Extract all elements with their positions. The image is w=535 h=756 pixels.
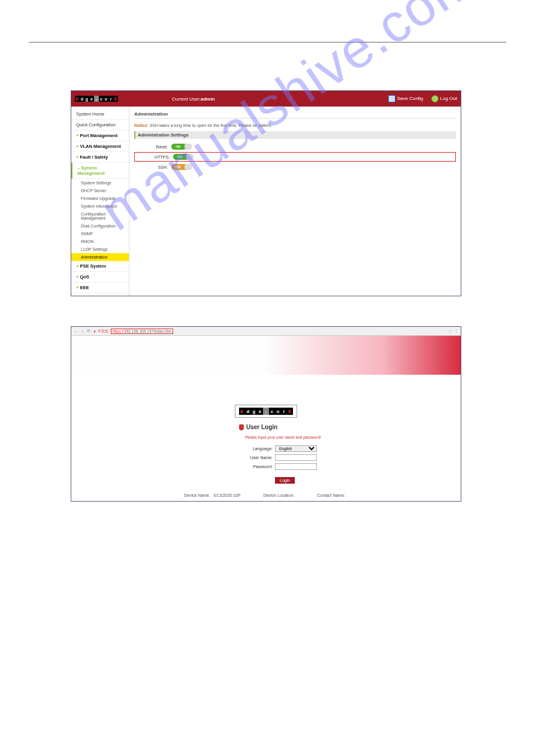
sidebar-item-port-management[interactable]: +Port Management xyxy=(71,130,129,141)
toggle-telnet[interactable]: ON xyxy=(171,144,192,150)
sidebar-item-system-management[interactable]: –System Management xyxy=(71,163,129,179)
sidebar-sub-lldp-settings[interactable]: LLDP Settings xyxy=(71,245,129,253)
url-box[interactable]: https://192.168.100.147/index.htm xyxy=(111,329,173,334)
power-icon xyxy=(431,95,439,102)
toggle-https[interactable]: ON xyxy=(173,154,194,160)
username-label: User Name: xyxy=(245,456,273,460)
logo-char: e xyxy=(257,408,263,415)
insecure-icon: ▲ 不安全 xyxy=(93,329,108,334)
logo-char: - xyxy=(263,408,269,415)
row-telnet: Telnet: ON xyxy=(134,144,456,150)
logo-char: r xyxy=(108,96,113,102)
sidebar-item-qos[interactable]: +QoS xyxy=(71,272,129,283)
top-rule xyxy=(29,42,506,42)
toggle-state: ON xyxy=(173,154,186,160)
login-button[interactable]: Login xyxy=(275,477,295,484)
plus-icon: + xyxy=(76,285,78,290)
logo-char: o xyxy=(104,96,108,102)
row-https: HTTPS: ON xyxy=(134,152,456,162)
logo-char: d xyxy=(245,408,251,415)
login-footer: Device Name: ECS2020-10P Device Location… xyxy=(71,491,461,501)
logo-char: E xyxy=(287,408,293,415)
notice-label: Notice: xyxy=(134,123,149,127)
sidebar-sub-dhcp-server[interactable]: DHCP Server xyxy=(71,187,129,195)
sidebar-item-system-home[interactable]: System Home xyxy=(71,109,129,120)
logo-char: o xyxy=(275,408,281,415)
plus-icon: + xyxy=(76,144,78,149)
sidebar-item-label: QoS xyxy=(80,274,89,280)
logout-label: Log Out xyxy=(440,96,457,101)
plus-icon: + xyxy=(76,274,78,280)
forward-button[interactable]: → xyxy=(80,329,84,333)
password-input[interactable] xyxy=(275,463,317,470)
disk-icon xyxy=(388,95,395,102)
logout-button[interactable]: Log Out xyxy=(431,95,457,102)
login-banner xyxy=(71,336,461,375)
row-label: SSH: xyxy=(134,165,168,169)
sidebar-item-label: VLAN Management xyxy=(80,144,120,149)
logo-char: g xyxy=(84,96,89,102)
toggle-knob xyxy=(186,154,194,160)
topbar-actions: Save Config Log Out xyxy=(388,95,457,102)
back-button[interactable]: ← xyxy=(74,329,78,333)
sidebar-item-eee[interactable]: +EEE xyxy=(71,283,129,293)
logo-char: E xyxy=(113,96,118,102)
login-heading: User Login xyxy=(239,424,277,430)
login-heading-text: User Login xyxy=(246,424,277,430)
sidebar-sub-dual-config[interactable]: Dual Configuration xyxy=(71,222,129,230)
menu-icon[interactable]: ⋮ xyxy=(454,329,458,333)
sidebar-sub-rmon[interactable]: RMON xyxy=(71,238,129,245)
sidebar-item-label: EEE xyxy=(80,285,89,290)
reload-button[interactable]: ⟳ xyxy=(87,329,90,333)
pin-icon xyxy=(239,424,244,430)
sidebar-sub-administration[interactable]: Administration xyxy=(71,253,129,261)
sidebar-item-label: Port Management xyxy=(80,133,117,138)
notice-text: SSH takes a long time to open for the fi… xyxy=(150,123,273,127)
logo-char: r xyxy=(281,408,287,415)
password-label: Password: xyxy=(245,464,273,469)
save-config-label: Save Config xyxy=(397,96,424,101)
login-form: E d g e - c o r E User Login Please inpu… xyxy=(71,375,461,491)
screenshot-admin-page: E d g e - c o r E Current User:admin Sav… xyxy=(71,90,461,296)
sidebar-sub-system-info[interactable]: System Information xyxy=(71,202,129,210)
sidebar-item-quick-config[interactable]: Quick Configuration xyxy=(71,120,129,130)
plus-icon: + xyxy=(76,263,78,269)
logo-char: c xyxy=(99,96,104,102)
logo: E d g e - c o r E xyxy=(75,96,118,102)
toggle-state: OFF xyxy=(171,164,185,170)
plus-icon: + xyxy=(76,133,78,138)
save-config-button[interactable]: Save Config xyxy=(388,95,423,102)
sidebar-sub-system-settings[interactable]: System Settings xyxy=(71,179,129,187)
sidebar-sub-snmp[interactable]: SNMP xyxy=(71,230,129,238)
logo-char: c xyxy=(269,408,275,415)
minus-icon: – xyxy=(77,165,80,171)
sidebar-item-fault-safety[interactable]: +Fault / Safety xyxy=(71,152,129,163)
current-user-label: Current User: xyxy=(172,96,201,102)
page-title: Administration xyxy=(134,110,456,119)
bookmark-icon[interactable]: ☆ xyxy=(448,329,452,333)
row-language: Language: English xyxy=(245,445,321,452)
username-input[interactable] xyxy=(275,454,317,461)
logo-char: E xyxy=(75,96,80,102)
row-password: Password: xyxy=(245,463,321,470)
sidebar-sub-firmware-upgrade[interactable]: Firmware Upgrade xyxy=(71,195,129,202)
language-select[interactable]: English xyxy=(275,445,317,452)
logo-char: - xyxy=(94,96,99,102)
sidebar-item-label: PSE System xyxy=(80,263,106,269)
sidebar: System Home Quick Configuration +Port Ma… xyxy=(71,107,129,296)
row-label: Telnet: xyxy=(134,145,168,149)
footer-device-name: Device Name: ECS2020-10P xyxy=(184,493,241,497)
screenshot-login-page: ← → ⟳ ▲ 不安全 https://192.168.100.147/inde… xyxy=(71,326,461,502)
sidebar-item-vlan-management[interactable]: +VLAN Management xyxy=(71,141,129,152)
logo-char: e xyxy=(89,96,94,102)
toggle-state: ON xyxy=(171,144,185,150)
logo-char: g xyxy=(251,408,257,415)
browser-toolbar: ← → ⟳ ▲ 不安全 https://192.168.100.147/inde… xyxy=(71,327,461,336)
logo-char: d xyxy=(80,96,84,102)
toggle-ssh[interactable]: OFF xyxy=(171,164,192,170)
sidebar-sub-config-management[interactable]: Configuration Management xyxy=(71,210,129,222)
sidebar-item-label: Fault / Safety xyxy=(80,154,108,160)
sidebar-item-pse-system[interactable]: +PSE System xyxy=(71,261,129,272)
toggle-knob xyxy=(185,144,192,150)
login-card: Please input your user name and password… xyxy=(245,435,321,484)
